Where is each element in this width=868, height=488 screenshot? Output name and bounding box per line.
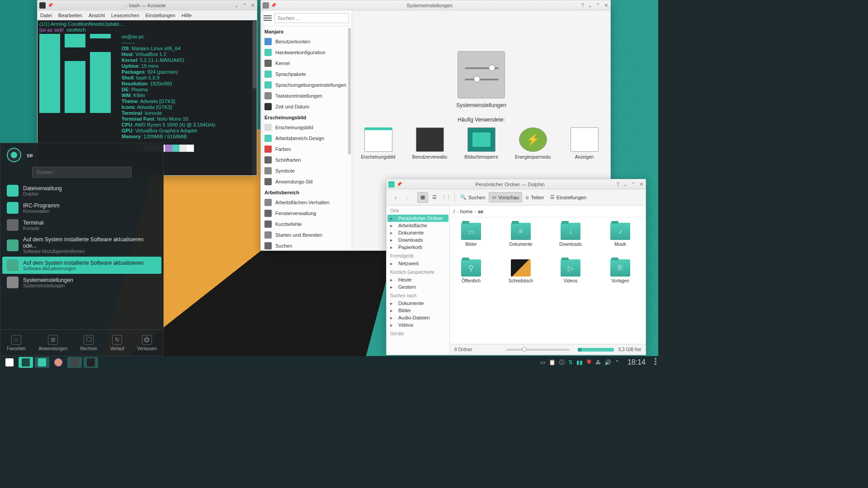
folder-item[interactable]: ⎘Vorlagen xyxy=(604,259,636,283)
taskbar-manjaro-menu[interactable] xyxy=(2,357,17,368)
settings-item[interactable]: Hardwarekonfiguration xyxy=(261,47,352,58)
launcher-item[interactable]: SystemeinstellungenSystemeinstellungen xyxy=(0,274,163,291)
folder-item[interactable]: Schreibtisch xyxy=(505,259,537,283)
folder-item[interactable]: ▷Videos xyxy=(555,259,586,283)
tray-info-icon[interactable]: ⓘ xyxy=(559,359,565,366)
places-item[interactable]: ▸Papierkorb xyxy=(387,244,449,251)
minimize-icon[interactable]: ⌄ xyxy=(234,2,239,9)
nav-back-icon[interactable]: ‹ xyxy=(390,192,401,203)
places-item[interactable]: ▸Dokumente xyxy=(387,300,449,307)
places-item[interactable]: ▸Gestern xyxy=(387,283,449,291)
taskbar-activities-icon[interactable] xyxy=(649,358,658,367)
breadcrumb[interactable]: /› home› se xyxy=(450,206,646,217)
taskbar-clock[interactable]: 18:14 xyxy=(624,358,649,366)
taskbar-dolphin[interactable] xyxy=(35,357,49,368)
taskbar-firefox[interactable] xyxy=(51,357,66,368)
pin-icon[interactable]: 📌 xyxy=(396,182,402,187)
launcher-footer-item[interactable]: 🖵Rechner xyxy=(80,335,97,351)
settings-button[interactable]: ☰Einstellungen xyxy=(547,192,589,202)
launcher-footer-item[interactable]: ↻Verlauf xyxy=(110,335,124,351)
hamburger-icon[interactable] xyxy=(264,15,272,21)
preview-button[interactable]: ▭Vorschau xyxy=(489,192,522,202)
tray-clipboard-icon[interactable]: 📋 xyxy=(549,359,556,366)
breadcrumb-se[interactable]: se xyxy=(478,209,483,214)
freq-item[interactable]: Anzeigen xyxy=(566,127,603,160)
folder-item[interactable]: ≡Dokumente xyxy=(505,223,537,247)
folder-grid[interactable]: ▭Bilder≡Dokumente↓Downloads♪Musik⚲Öffent… xyxy=(450,217,646,344)
help-icon[interactable]: ? xyxy=(616,181,619,188)
tray-display-icon[interactable]: ▭ xyxy=(540,359,545,366)
places-item[interactable]: ▸Audio-Dateien xyxy=(387,314,449,321)
launcher-footer-item[interactable]: ⏻Verlassen xyxy=(137,335,157,351)
settings-item[interactable]: Tastatureinstellungen xyxy=(261,90,352,101)
launcher-item[interactable]: TerminalKonsole xyxy=(0,216,163,234)
maximize-icon[interactable]: ⌃ xyxy=(596,2,600,9)
pin-icon[interactable]: 📌 xyxy=(271,3,276,8)
view-details-icon[interactable]: ⋮⋮ xyxy=(441,192,452,203)
places-item[interactable]: ▸Persönlicher Ordner xyxy=(387,215,448,222)
launcher-footer-item[interactable]: ☆Favoriten xyxy=(7,335,26,351)
settings-titlebar[interactable]: 📌 Systemeinstellungen ? ⌄ ⌃ ✕ xyxy=(261,0,610,10)
places-item[interactable]: ▸Bilder xyxy=(387,307,449,314)
settings-item[interactable]: Farben xyxy=(261,144,352,155)
taskbar-desktop[interactable] xyxy=(19,357,33,368)
settings-item[interactable]: Suchen xyxy=(261,240,352,250)
tray-updates-icon[interactable]: ⇅ xyxy=(568,359,573,366)
settings-item[interactable]: Erscheinungsbild xyxy=(261,122,352,133)
tray-volume-icon[interactable]: 🔊 xyxy=(604,359,611,366)
settings-item[interactable]: Sprachumgebungseinstellungen xyxy=(261,80,352,90)
settings-search-input[interactable] xyxy=(274,13,349,23)
taskbar-settings[interactable] xyxy=(67,357,82,368)
launcher-item[interactable]: Auf dem System installierte Software akt… xyxy=(0,234,163,257)
taskbar-konsole[interactable] xyxy=(84,357,98,368)
menu-hilfe[interactable]: Hilfe xyxy=(182,13,192,18)
tray-manjaro-icon[interactable]: ▮▮ xyxy=(576,359,583,366)
help-icon[interactable]: ? xyxy=(581,2,584,9)
launcher-item[interactable]: Auf dem System installierte Software akt… xyxy=(2,257,161,274)
settings-item[interactable]: Benutzerkonten xyxy=(261,36,352,47)
places-item[interactable]: ▸Heute xyxy=(387,276,449,283)
tray-shield-icon[interactable]: ⛊ xyxy=(586,359,592,366)
places-item[interactable]: ▸Videos xyxy=(387,321,449,328)
settings-item[interactable]: Sprachpakete xyxy=(261,69,352,80)
settings-item[interactable]: Starten und Beenden xyxy=(261,230,352,240)
nav-forward-icon[interactable]: › xyxy=(402,192,413,203)
settings-item[interactable]: Zeit und Datum xyxy=(261,101,352,112)
breadcrumb-root[interactable]: / xyxy=(453,209,455,214)
dolphin-titlebar[interactable]: 📌 Persönlicher Ordner — Dolphin ? ⌄ ⌃ ✕ xyxy=(387,179,646,189)
freq-item[interactable]: ⚡Energiesparmodu xyxy=(515,127,551,160)
terminal-scrollbar[interactable] xyxy=(252,20,257,175)
pin-icon[interactable]: 📌 xyxy=(47,3,53,8)
menu-einstellungen[interactable]: Einstellungen xyxy=(146,13,175,18)
user-avatar-icon[interactable] xyxy=(7,148,21,162)
settings-item[interactable]: Anwendungs-Stil xyxy=(261,176,352,187)
close-icon[interactable]: ✕ xyxy=(639,181,644,188)
launcher-item[interactable]: DateiverwaltungDolphin xyxy=(0,182,163,199)
view-compact-icon[interactable]: ☰ xyxy=(429,192,440,203)
menu-datei[interactable]: Datei xyxy=(40,13,52,18)
menu-bearbeiten[interactable]: Bearbeiten xyxy=(58,13,82,18)
settings-item[interactable]: Fensterverwaltung xyxy=(261,208,352,219)
settings-item[interactable]: Arbeitsbereich-Design xyxy=(261,133,352,144)
settings-item[interactable]: Arbeitsflächen-Verhalten xyxy=(261,197,352,208)
folder-item[interactable]: ♪Musik xyxy=(604,223,636,247)
menu-ansicht[interactable]: Ansicht xyxy=(89,13,105,18)
minimize-icon[interactable]: ⌄ xyxy=(623,181,627,188)
folder-item[interactable]: ↓Downloads xyxy=(555,223,586,247)
zoom-slider[interactable] xyxy=(506,349,570,351)
places-item[interactable]: ▸Downloads xyxy=(387,236,449,244)
freq-item[interactable]: Bildschirmsperre xyxy=(463,127,500,160)
freq-item[interactable]: Benutzerverwaltu xyxy=(412,127,448,160)
folder-item[interactable]: ▭Bilder xyxy=(455,223,487,247)
tray-network-icon[interactable]: 🖧 xyxy=(595,359,601,366)
settings-item[interactable]: Symbole xyxy=(261,165,352,176)
maximize-icon[interactable]: ⌃ xyxy=(631,181,636,188)
view-icons-icon[interactable]: ▦ xyxy=(417,192,428,203)
breadcrumb-home[interactable]: home xyxy=(460,209,473,214)
folder-item[interactable]: ⚲Öffentlich xyxy=(455,259,487,283)
close-icon[interactable]: ✕ xyxy=(250,2,255,9)
places-item[interactable]: ▸Arbeitsfläche xyxy=(387,222,449,229)
minimize-icon[interactable]: ⌄ xyxy=(588,2,592,9)
menu-lesezeichen[interactable]: Lesezeichen xyxy=(111,13,139,18)
konsole-titlebar[interactable]: 📌 - : bash — Konsole ⌄ ⌃ ✕ xyxy=(38,0,257,10)
